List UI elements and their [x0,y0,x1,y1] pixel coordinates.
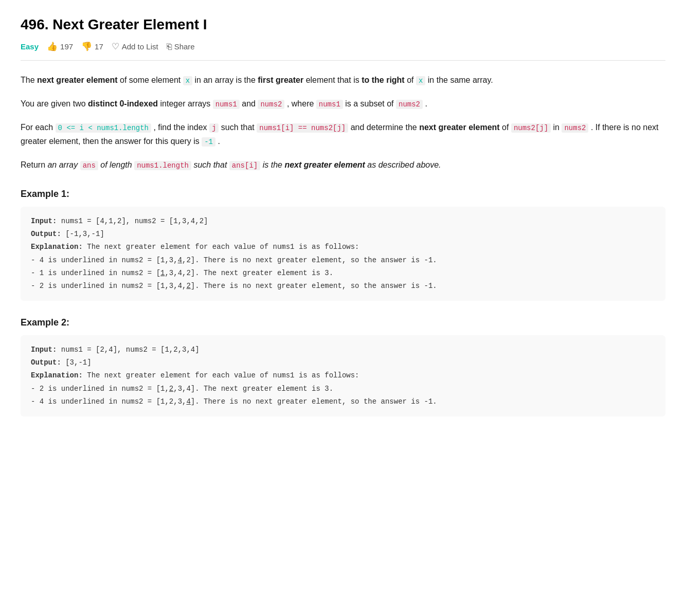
description-para2: You are given two distinct 0-indexed int… [21,97,665,111]
page-title: 496. Next Greater Element I [21,16,665,33]
thumbs-down-icon: 👎 [81,41,92,52]
difficulty-badge: Easy [21,42,39,51]
examples-section: Example 1: Input: nums1 = [4,1,2], nums2… [21,189,665,416]
description-para4: Return an array ans of length nums1.leng… [21,158,665,172]
meta-bar: Easy 👍 197 👎 17 ♡ Add to List ⎗ Share [21,41,665,61]
likes-button[interactable]: 👍 197 [47,41,73,52]
share-icon: ⎗ [167,42,172,52]
example1-box: Input: nums1 = [4,1,2], nums2 = [1,3,4,2… [21,207,665,301]
example2-title: Example 2: [21,317,665,328]
example1-title: Example 1: [21,189,665,200]
share-label: Share [174,42,195,51]
add-to-list-label: Add to List [122,42,158,51]
dislikes-count: 17 [95,42,103,51]
add-to-list-button[interactable]: ♡ Add to List [112,41,158,52]
share-button[interactable]: ⎗ Share [167,42,195,52]
dislikes-button[interactable]: 👎 17 [81,41,103,52]
heart-icon: ♡ [112,41,119,52]
problem-description: The next greater element of some element… [21,73,665,172]
description-para3: For each 0 <= i < nums1.length , find th… [21,120,665,149]
description-para1: The next greater element of some element… [21,73,665,87]
likes-count: 197 [60,42,73,51]
example2-box: Input: nums1 = [2,4], nums2 = [1,2,3,4] … [21,335,665,416]
thumbs-up-icon: 👍 [47,41,58,52]
